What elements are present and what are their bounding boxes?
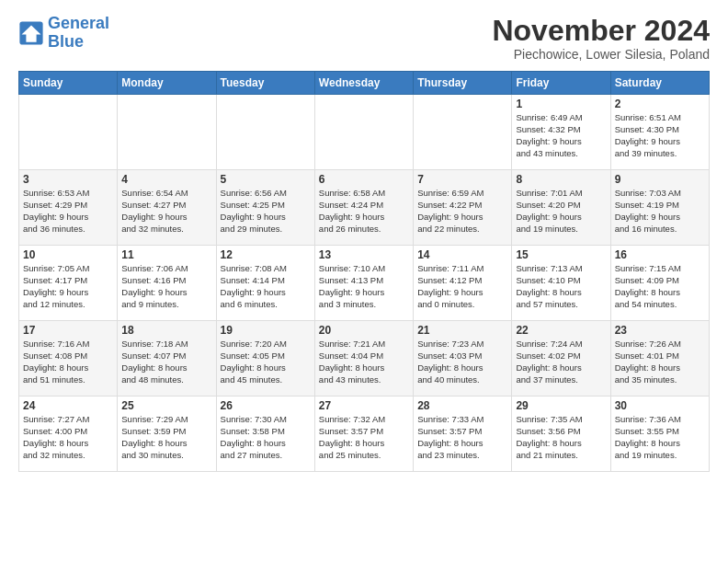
day-info: Sunrise: 6:51 AM Sunset: 4:30 PM Dayligh… [615,112,705,159]
page: General Blue November 2024 Piechowice, L… [0,0,728,563]
day-number: 27 [319,399,409,412]
calendar-cell: 21Sunrise: 7:23 AM Sunset: 4:03 PM Dayli… [414,321,512,396]
calendar-cell: 7Sunrise: 6:59 AM Sunset: 4:22 PM Daylig… [414,170,512,246]
logo: General Blue [18,15,109,52]
day-number: 9 [615,173,705,186]
calendar-week-4: 17Sunrise: 7:16 AM Sunset: 4:08 PM Dayli… [19,321,710,396]
day-info: Sunrise: 7:23 AM Sunset: 4:03 PM Dayligh… [417,339,507,385]
day-number: 1 [516,98,606,110]
day-number: 26 [221,399,311,412]
day-number: 24 [23,399,113,412]
day-number: 25 [121,399,211,412]
day-number: 23 [615,324,705,337]
title-area: November 2024 Piechowice, Lower Silesia,… [492,15,710,62]
logo-blue: Blue [48,32,84,51]
calendar-cell: 16Sunrise: 7:15 AM Sunset: 4:09 PM Dayli… [610,246,709,321]
day-info: Sunrise: 7:16 AM Sunset: 4:08 PM Dayligh… [23,339,113,385]
day-info: Sunrise: 7:05 AM Sunset: 4:17 PM Dayligh… [23,263,113,310]
calendar-cell: 9Sunrise: 7:03 AM Sunset: 4:19 PM Daylig… [610,170,709,246]
calendar-cell: 11Sunrise: 7:06 AM Sunset: 4:16 PM Dayli… [118,246,216,321]
col-sunday: Sunday [19,72,118,95]
calendar-cell: 20Sunrise: 7:21 AM Sunset: 4:04 PM Dayli… [314,321,413,396]
day-number: 16 [615,248,705,261]
calendar-cell: 10Sunrise: 7:05 AM Sunset: 4:17 PM Dayli… [19,246,118,321]
day-info: Sunrise: 7:03 AM Sunset: 4:19 PM Dayligh… [615,188,705,235]
calendar-cell: 29Sunrise: 7:35 AM Sunset: 3:56 PM Dayli… [512,396,610,472]
day-number: 22 [516,324,606,337]
day-number: 7 [417,173,507,186]
day-number: 28 [417,399,507,412]
day-info: Sunrise: 6:58 AM Sunset: 4:24 PM Dayligh… [319,188,409,235]
calendar-cell: 17Sunrise: 7:16 AM Sunset: 4:08 PM Dayli… [19,321,118,396]
day-number: 30 [615,399,705,412]
col-thursday: Thursday [414,72,512,95]
day-info: Sunrise: 7:32 AM Sunset: 3:57 PM Dayligh… [319,414,409,461]
day-number: 10 [23,248,113,261]
day-info: Sunrise: 7:10 AM Sunset: 4:13 PM Dayligh… [319,263,409,310]
day-info: Sunrise: 7:36 AM Sunset: 3:55 PM Dayligh… [615,414,705,461]
day-number: 20 [319,324,409,337]
day-number: 19 [221,324,311,337]
calendar-cell: 6Sunrise: 6:58 AM Sunset: 4:24 PM Daylig… [314,170,413,246]
day-info: Sunrise: 7:18 AM Sunset: 4:07 PM Dayligh… [121,339,211,385]
calendar-cell: 4Sunrise: 6:54 AM Sunset: 4:27 PM Daylig… [118,170,216,246]
day-info: Sunrise: 7:26 AM Sunset: 4:01 PM Dayligh… [615,339,705,385]
col-wednesday: Wednesday [314,72,413,95]
calendar-cell: 13Sunrise: 7:10 AM Sunset: 4:13 PM Dayli… [314,246,413,321]
calendar-cell: 8Sunrise: 7:01 AM Sunset: 4:20 PM Daylig… [512,170,610,246]
calendar-cell: 14Sunrise: 7:11 AM Sunset: 4:12 PM Dayli… [414,246,512,321]
calendar-cell [118,95,216,170]
col-tuesday: Tuesday [216,72,314,95]
calendar-cell: 25Sunrise: 7:29 AM Sunset: 3:59 PM Dayli… [118,396,216,472]
day-info: Sunrise: 6:56 AM Sunset: 4:25 PM Dayligh… [221,188,311,235]
header: General Blue November 2024 Piechowice, L… [18,15,710,62]
calendar-cell: 5Sunrise: 6:56 AM Sunset: 4:25 PM Daylig… [216,170,314,246]
calendar-cell: 2Sunrise: 6:51 AM Sunset: 4:30 PM Daylig… [610,95,709,170]
day-number: 3 [23,173,113,186]
location: Piechowice, Lower Silesia, Poland [492,47,710,62]
calendar-cell: 18Sunrise: 7:18 AM Sunset: 4:07 PM Dayli… [118,321,216,396]
logo-text: General Blue [48,15,109,52]
calendar-cell [216,95,314,170]
day-number: 15 [516,248,606,261]
calendar-cell [19,95,118,170]
day-number: 5 [221,173,311,186]
calendar-cell: 3Sunrise: 6:53 AM Sunset: 4:29 PM Daylig… [19,170,118,246]
day-number: 13 [319,248,409,261]
header-row: Sunday Monday Tuesday Wednesday Thursday… [19,72,710,95]
day-number: 21 [417,324,507,337]
col-saturday: Saturday [610,72,709,95]
calendar-cell: 26Sunrise: 7:30 AM Sunset: 3:58 PM Dayli… [216,396,314,472]
calendar-week-2: 3Sunrise: 6:53 AM Sunset: 4:29 PM Daylig… [19,170,710,246]
day-info: Sunrise: 7:08 AM Sunset: 4:14 PM Dayligh… [221,263,311,310]
col-monday: Monday [118,72,216,95]
day-info: Sunrise: 7:35 AM Sunset: 3:56 PM Dayligh… [516,414,606,461]
calendar-cell: 23Sunrise: 7:26 AM Sunset: 4:01 PM Dayli… [610,321,709,396]
day-info: Sunrise: 7:13 AM Sunset: 4:10 PM Dayligh… [516,263,606,310]
calendar-week-1: 1Sunrise: 6:49 AM Sunset: 4:32 PM Daylig… [19,95,710,170]
day-number: 17 [23,324,113,337]
logo-general: General [48,14,109,32]
day-info: Sunrise: 6:49 AM Sunset: 4:32 PM Dayligh… [516,112,606,159]
day-info: Sunrise: 7:01 AM Sunset: 4:20 PM Dayligh… [516,188,606,235]
calendar-cell [414,95,512,170]
calendar-week-5: 24Sunrise: 7:27 AM Sunset: 4:00 PM Dayli… [19,396,710,472]
calendar-cell: 24Sunrise: 7:27 AM Sunset: 4:00 PM Dayli… [19,396,118,472]
col-friday: Friday [512,72,610,95]
calendar-cell: 28Sunrise: 7:33 AM Sunset: 3:57 PM Dayli… [414,396,512,472]
calendar-cell: 30Sunrise: 7:36 AM Sunset: 3:55 PM Dayli… [610,396,709,472]
calendar-cell: 15Sunrise: 7:13 AM Sunset: 4:10 PM Dayli… [512,246,610,321]
day-number: 6 [319,173,409,186]
day-number: 18 [121,324,211,337]
day-number: 12 [221,248,311,261]
day-info: Sunrise: 7:06 AM Sunset: 4:16 PM Dayligh… [121,263,211,310]
day-number: 4 [121,173,211,186]
calendar-cell: 12Sunrise: 7:08 AM Sunset: 4:14 PM Dayli… [216,246,314,321]
day-info: Sunrise: 7:24 AM Sunset: 4:02 PM Dayligh… [516,339,606,385]
calendar-table: Sunday Monday Tuesday Wednesday Thursday… [18,71,710,472]
calendar-cell [314,95,413,170]
logo-icon [18,20,44,46]
day-info: Sunrise: 7:11 AM Sunset: 4:12 PM Dayligh… [417,263,507,310]
day-number: 8 [516,173,606,186]
day-info: Sunrise: 7:30 AM Sunset: 3:58 PM Dayligh… [221,414,311,461]
